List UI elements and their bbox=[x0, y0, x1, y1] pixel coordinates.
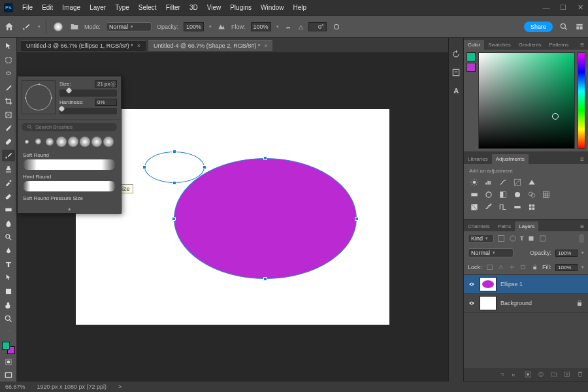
expand-handle[interactable]: ▴ bbox=[18, 204, 121, 213]
shape-ellipse-large[interactable] bbox=[174, 158, 357, 279]
bg-color[interactable] bbox=[466, 63, 476, 72]
gradientmap-icon[interactable] bbox=[512, 203, 523, 212]
brush-preset[interactable] bbox=[56, 137, 67, 147]
search-icon[interactable] bbox=[559, 22, 568, 31]
colorbalance-icon[interactable] bbox=[483, 190, 494, 199]
home-icon[interactable] bbox=[4, 22, 14, 32]
healing-tool[interactable] bbox=[2, 136, 15, 148]
airbrush-icon[interactable] bbox=[284, 22, 293, 31]
lock-pixels-icon[interactable] bbox=[486, 263, 493, 272]
posterize-icon[interactable] bbox=[483, 203, 494, 212]
canvas[interactable] bbox=[76, 109, 389, 325]
angle-input[interactable]: 0° bbox=[308, 22, 327, 31]
screenmode-toggle[interactable] bbox=[2, 369, 15, 382]
wand-tool[interactable] bbox=[2, 81, 15, 93]
filter-image-icon[interactable] bbox=[497, 234, 506, 243]
selection-handle[interactable] bbox=[172, 181, 176, 185]
mask-icon[interactable] bbox=[524, 370, 532, 378]
colorlookup-icon[interactable] bbox=[541, 190, 551, 199]
selection-handle[interactable] bbox=[142, 165, 146, 169]
path-select-tool[interactable] bbox=[2, 272, 15, 284]
menu-file[interactable]: File bbox=[18, 3, 37, 12]
mode-select[interactable]: Normal▾ bbox=[106, 22, 152, 31]
hue-icon[interactable] bbox=[469, 190, 480, 199]
vibrance-icon[interactable] bbox=[527, 178, 537, 187]
layer-item[interactable]: Ellipse 1 bbox=[464, 275, 588, 294]
selection-handle[interactable] bbox=[263, 156, 267, 160]
tab-patterns[interactable]: Patterns bbox=[546, 40, 573, 50]
brush-preset[interactable] bbox=[46, 138, 54, 146]
tab-paths[interactable]: Paths bbox=[494, 221, 515, 231]
layer-opacity-input[interactable]: 100% bbox=[555, 250, 578, 257]
blur-tool[interactable] bbox=[2, 218, 15, 230]
brush-preset[interactable] bbox=[35, 139, 41, 144]
flow-input[interactable]: 100% bbox=[251, 22, 271, 31]
close-icon[interactable]: × bbox=[264, 42, 267, 49]
panel-menu-icon[interactable]: ≡ bbox=[576, 221, 588, 231]
menu-layer[interactable]: Layer bbox=[86, 3, 110, 12]
filter-smart-icon[interactable] bbox=[538, 234, 547, 243]
brush-preset[interactable] bbox=[91, 137, 102, 147]
levels-icon[interactable] bbox=[483, 178, 494, 187]
menu-select[interactable]: Select bbox=[135, 3, 161, 12]
crop-tool[interactable] bbox=[2, 95, 15, 107]
layer-name[interactable]: Background bbox=[500, 300, 532, 306]
brush-preset[interactable] bbox=[25, 140, 29, 144]
menu-3d[interactable]: 3D bbox=[186, 3, 202, 12]
group-icon[interactable] bbox=[550, 370, 558, 378]
threshold-icon[interactable] bbox=[498, 203, 508, 212]
brush-tool-indicator[interactable] bbox=[20, 20, 33, 33]
foreground-swatch[interactable] bbox=[2, 342, 10, 350]
history-brush-tool[interactable] bbox=[2, 176, 15, 189]
workspace-icon[interactable] bbox=[575, 22, 584, 31]
visibility-icon[interactable] bbox=[468, 300, 476, 306]
gradient-tool[interactable] bbox=[2, 204, 15, 216]
bw-icon[interactable] bbox=[498, 190, 508, 199]
blend-mode-select[interactable]: Normal▾ bbox=[468, 248, 514, 257]
quickmask-toggle[interactable] bbox=[2, 355, 15, 368]
document-tab-1[interactable]: Untitled-3 @ 66.7% (Ellipse 1, RGB/8#) *… bbox=[21, 40, 146, 51]
doc-dimensions[interactable]: 1920 px x 1080 px (72 ppi) bbox=[37, 384, 107, 390]
share-button[interactable]: Share bbox=[524, 22, 553, 32]
properties-panel-icon[interactable] bbox=[451, 68, 461, 77]
chevron-down-icon[interactable]: ▾ bbox=[38, 24, 41, 29]
tab-layers[interactable]: Layers bbox=[515, 221, 538, 231]
menu-plugins[interactable]: Plugins bbox=[226, 3, 255, 12]
brush-preset[interactable] bbox=[80, 137, 90, 147]
color-picker-ring[interactable] bbox=[552, 113, 559, 120]
brush-list-item[interactable]: Soft Round bbox=[22, 151, 117, 171]
maximize-button[interactable]: ☐ bbox=[559, 3, 567, 12]
menu-type[interactable]: Type bbox=[111, 3, 133, 12]
selection-handle[interactable] bbox=[172, 217, 176, 221]
close-icon[interactable]: × bbox=[137, 42, 140, 49]
dodge-tool[interactable] bbox=[2, 231, 15, 244]
pen-tool[interactable] bbox=[2, 244, 15, 257]
selection-handle[interactable] bbox=[203, 165, 206, 169]
minimize-button[interactable]: — bbox=[542, 3, 550, 12]
hardness-slider[interactable] bbox=[59, 108, 117, 115]
brush-preset[interactable] bbox=[68, 137, 78, 147]
selection-handle[interactable] bbox=[355, 217, 359, 221]
hand-tool[interactable] bbox=[2, 299, 15, 312]
tab-channels[interactable]: Channels bbox=[464, 221, 494, 231]
tab-adjustments[interactable]: Adjustments bbox=[492, 154, 529, 164]
opacity-input[interactable]: 100% bbox=[184, 22, 204, 31]
exposure-icon[interactable] bbox=[512, 178, 523, 187]
tab-swatches[interactable]: Swatches bbox=[484, 40, 515, 50]
menu-help[interactable]: Help bbox=[289, 3, 311, 12]
character-panel-icon[interactable] bbox=[451, 86, 461, 95]
adjustment-layer-icon[interactable] bbox=[537, 370, 545, 378]
invert-icon[interactable] bbox=[469, 203, 480, 212]
tab-gradients[interactable]: Gradients bbox=[515, 40, 546, 50]
lock-move-icon[interactable] bbox=[508, 263, 515, 272]
layer-name[interactable]: Ellipse 1 bbox=[500, 281, 523, 287]
brush-search-input[interactable]: Search Brushes bbox=[22, 123, 117, 131]
status-arrow-icon[interactable]: > bbox=[118, 384, 122, 390]
menu-view[interactable]: View bbox=[203, 3, 225, 12]
zoom-level[interactable]: 66.67% bbox=[5, 384, 25, 390]
curves-icon[interactable] bbox=[498, 178, 508, 187]
brush-tool[interactable] bbox=[2, 150, 15, 162]
tab-libraries[interactable]: Libraries bbox=[464, 154, 492, 164]
lock-position-icon[interactable] bbox=[497, 263, 504, 272]
selectivecolor-icon[interactable] bbox=[527, 203, 537, 212]
